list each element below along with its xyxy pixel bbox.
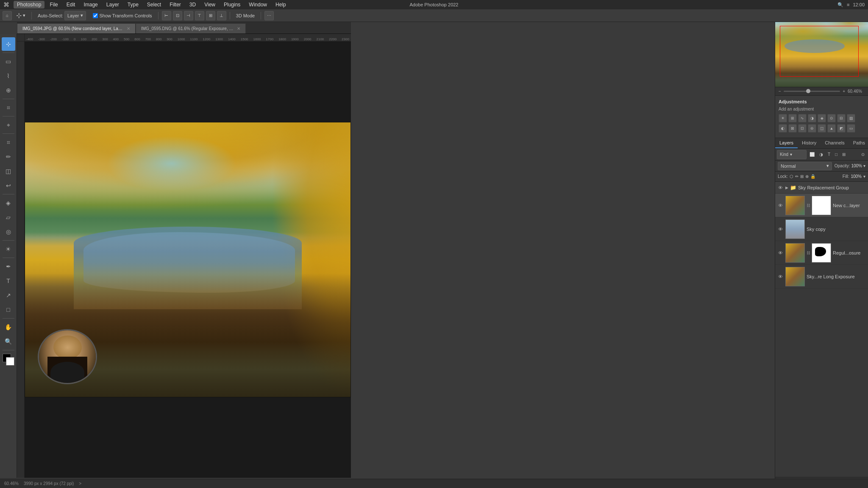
zoom-in-icon[interactable]: +	[843, 89, 845, 94]
menu-3d[interactable]: 3D	[186, 1, 199, 8]
layers-tab[interactable]: Layers	[775, 138, 798, 148]
lock-paint-icon[interactable]: ✏	[795, 174, 798, 179]
kind-dropdown[interactable]: Kind ▾	[777, 150, 807, 159]
shape-filter-icon[interactable]: □	[833, 151, 839, 158]
align-right-button[interactable]: ⊣	[184, 11, 193, 20]
pen-tool-icon[interactable]: ✒	[2, 260, 15, 273]
lasso-tool-icon[interactable]: ⌇	[2, 69, 15, 83]
align-top-button[interactable]: ⊤	[195, 11, 204, 20]
layers-filter-toggle[interactable]: ⊙	[860, 151, 866, 158]
move-tool-icon[interactable]: ⊹	[2, 37, 15, 51]
zoom-tool-icon[interactable]: 🔍	[2, 335, 15, 348]
menu-filter[interactable]: Filter	[166, 1, 184, 8]
menu-window[interactable]: Window	[245, 1, 270, 8]
levels-adj-icon[interactable]: ⊞	[788, 114, 797, 122]
gradient-tool-icon[interactable]: ▱	[2, 211, 15, 224]
layer3-visibility-toggle[interactable]: 👁	[777, 250, 784, 256]
type-filter-icon[interactable]: T	[826, 151, 832, 158]
layer-group-row[interactable]: 👁 ▶ 📁 Sky Replacement Group	[775, 182, 868, 194]
layer4-visibility-toggle[interactable]: 👁	[777, 273, 784, 280]
menu-file[interactable]: File	[46, 1, 61, 8]
brush-tool-icon[interactable]: ✏	[2, 150, 15, 164]
zoom-slider-track[interactable]	[784, 91, 840, 92]
threshold-icon[interactable]: ▲	[827, 124, 836, 133]
quick-select-icon[interactable]: ⊕	[2, 83, 15, 97]
layers-list[interactable]: 👁 ▶ 📁 Sky Replacement Group 👁 ⛓ New c...…	[775, 182, 868, 477]
zoom-out-icon[interactable]: −	[779, 89, 781, 94]
lock-position-icon[interactable]: ⊕	[805, 174, 809, 179]
fill-value[interactable]: 100%	[851, 174, 862, 179]
group-visibility-toggle[interactable]: 👁	[777, 184, 784, 191]
menu-select[interactable]: Select	[144, 1, 164, 8]
menu-plugins[interactable]: Plugins	[220, 1, 244, 8]
vibrance-adj-icon[interactable]: ◈	[818, 114, 826, 122]
hand-tool-icon[interactable]: ✋	[2, 320, 15, 334]
channel-mixer-icon[interactable]: ⊠	[788, 124, 797, 133]
selective-color-icon[interactable]: ◩	[837, 124, 846, 133]
menu-help[interactable]: Help	[272, 1, 289, 8]
layer-row-sky-copy[interactable]: 👁 Sky copy	[775, 217, 868, 241]
healing-brush-icon[interactable]: ⌗	[2, 136, 15, 149]
lock-all-icon[interactable]: 🔒	[810, 174, 815, 179]
history-tab[interactable]: History	[798, 138, 821, 148]
color-lookup-icon[interactable]: ⊡	[798, 124, 807, 133]
path-select-icon[interactable]: ↗	[2, 288, 15, 302]
show-transform-option[interactable]: Show Transform Controls	[90, 12, 154, 19]
exposure-adj-icon[interactable]: ◑	[808, 114, 816, 122]
color-balance-icon[interactable]: ⊟	[837, 114, 846, 122]
group-expand-icon[interactable]: ▶	[785, 186, 788, 190]
align-center-h-button[interactable]: ⊡	[173, 11, 182, 20]
notifications-icon[interactable]: ≡	[847, 2, 849, 7]
layer1-visibility-toggle[interactable]: 👁	[777, 202, 784, 209]
invert-adj-icon[interactable]: ⊖	[808, 124, 816, 133]
tab-active-close[interactable]: ✕	[127, 26, 130, 31]
fill-dropdown-icon[interactable]: ▾	[863, 174, 865, 179]
cursor-dropdown[interactable]: ▾	[23, 13, 25, 18]
blend-mode-dropdown[interactable]: Normal ▾	[778, 162, 832, 170]
layer2-visibility-toggle[interactable]: 👁	[777, 226, 784, 233]
layer-row-long-exposure[interactable]: 👁 Sky...re Long Exposure	[775, 265, 868, 288]
menu-type[interactable]: Type	[124, 1, 142, 8]
home-button[interactable]: ⌂	[3, 11, 12, 20]
pixel-filter-icon[interactable]: ⬜	[808, 151, 816, 158]
history-brush-icon[interactable]: ↩	[2, 179, 15, 192]
layer-row-regular[interactable]: 👁 ⛓ Regul...osure	[775, 241, 868, 265]
auto-select-dropdown[interactable]: Layer ▾	[64, 11, 86, 20]
adj-filter-icon[interactable]: ◑	[818, 151, 825, 158]
zoom-slider-thumb[interactable]	[806, 89, 810, 93]
gradient-map-icon[interactable]: ▭	[847, 124, 855, 133]
crop-tool-icon[interactable]: ⌗	[2, 101, 15, 114]
foreground-color[interactable]	[3, 354, 14, 366]
opacity-value[interactable]: 100%	[851, 164, 862, 168]
layer1-link-icon[interactable]: ⛓	[807, 203, 810, 208]
hsl-adj-icon[interactable]: ⊙	[827, 114, 836, 122]
lock-pixel-icon[interactable]: ⬡	[790, 174, 793, 179]
align-center-v-button[interactable]: ⊞	[206, 11, 215, 20]
eyedropper-icon[interactable]: ⌖	[2, 118, 15, 132]
show-transform-checkbox[interactable]	[93, 13, 98, 18]
photo-filter-icon[interactable]: ◐	[779, 124, 787, 133]
align-left-button[interactable]: ⊢	[162, 11, 171, 20]
channels-tab[interactable]: Channels	[821, 138, 849, 148]
tab-secondary-close[interactable]: ✕	[237, 26, 240, 31]
shape-tool-icon[interactable]: □	[2, 303, 15, 316]
opacity-dropdown-icon[interactable]: ▾	[863, 164, 865, 168]
align-bottom-button[interactable]: ⊥	[217, 11, 226, 20]
menu-view[interactable]: View	[201, 1, 219, 8]
status-arrow-icon[interactable]: >	[79, 481, 81, 486]
marquee-tool-icon[interactable]: ▭	[2, 55, 15, 68]
tab-active-file[interactable]: IMG_0594.JPG @ 60.5% (New combined layer…	[17, 23, 136, 33]
search-icon[interactable]: 🔍	[837, 2, 843, 8]
paths-tab[interactable]: Paths	[849, 138, 868, 148]
smart-filter-icon[interactable]: ⊞	[840, 151, 847, 158]
bw-adj-icon[interactable]: ▨	[847, 114, 855, 122]
brightness-adj-icon[interactable]: ☀	[779, 114, 787, 122]
menu-layer[interactable]: Layer	[103, 1, 122, 8]
extras-button[interactable]: ⋯	[264, 11, 274, 20]
type-tool-icon[interactable]: T	[2, 274, 15, 288]
posterize-icon[interactable]: ◫	[818, 124, 826, 133]
menu-image[interactable]: Image	[80, 1, 101, 8]
photo-canvas[interactable]	[25, 42, 351, 478]
layer3-link-icon[interactable]: ⛓	[807, 251, 810, 255]
tab-secondary-file[interactable]: IMG_0595.DNG @ 61.6% (Regular Exposure, …	[136, 23, 246, 33]
